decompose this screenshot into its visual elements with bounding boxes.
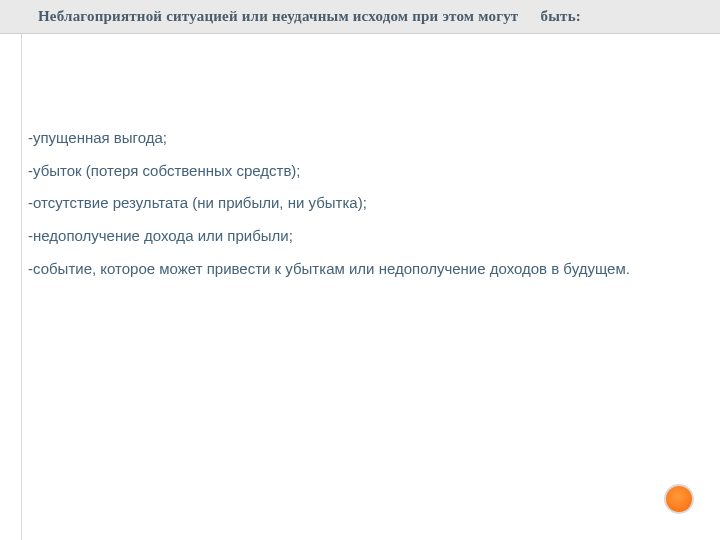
list-item: -отсутствие результата (ни прибыли, ни у… bbox=[28, 193, 692, 214]
slide-title: Неблагоприятной ситуацией или неудачным … bbox=[38, 8, 581, 25]
list-item: -событие, которое может привести к убытк… bbox=[28, 259, 692, 280]
accent-circle-icon bbox=[664, 484, 694, 514]
list-item: -недополучение дохода или прибыли; bbox=[28, 226, 692, 247]
body-text: -упущенная выгода; -убыток (потеря собст… bbox=[28, 128, 692, 291]
title-part-1: Неблагоприятной ситуацией или неудачным … bbox=[38, 8, 518, 24]
vertical-rule bbox=[21, 34, 22, 540]
title-part-2: быть: bbox=[540, 8, 581, 24]
title-bar: Неблагоприятной ситуацией или неудачным … bbox=[0, 0, 720, 34]
list-item: -убыток (потеря собственных средств); bbox=[28, 161, 692, 182]
list-item: -упущенная выгода; bbox=[28, 128, 692, 149]
slide: Неблагоприятной ситуацией или неудачным … bbox=[0, 0, 720, 540]
